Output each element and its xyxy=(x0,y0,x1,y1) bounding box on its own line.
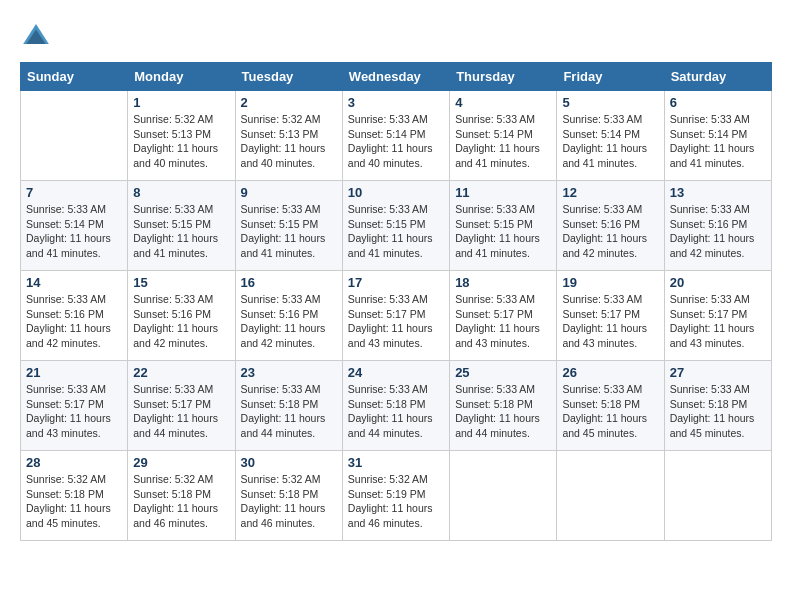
day-info: Sunrise: 5:33 AMSunset: 5:17 PMDaylight:… xyxy=(26,383,111,439)
day-number: 29 xyxy=(133,455,229,470)
day-number: 23 xyxy=(241,365,337,380)
week-row-3: 14 Sunrise: 5:33 AMSunset: 5:16 PMDaylig… xyxy=(21,271,772,361)
day-info: Sunrise: 5:33 AMSunset: 5:18 PMDaylight:… xyxy=(348,383,433,439)
day-info: Sunrise: 5:33 AMSunset: 5:18 PMDaylight:… xyxy=(241,383,326,439)
calendar-cell xyxy=(450,451,557,541)
weekday-header-thursday: Thursday xyxy=(450,63,557,91)
day-info: Sunrise: 5:33 AMSunset: 5:18 PMDaylight:… xyxy=(562,383,647,439)
day-number: 16 xyxy=(241,275,337,290)
day-info: Sunrise: 5:32 AMSunset: 5:18 PMDaylight:… xyxy=(241,473,326,529)
day-number: 30 xyxy=(241,455,337,470)
day-number: 19 xyxy=(562,275,658,290)
calendar-table: SundayMondayTuesdayWednesdayThursdayFrid… xyxy=(20,62,772,541)
calendar-cell: 14 Sunrise: 5:33 AMSunset: 5:16 PMDaylig… xyxy=(21,271,128,361)
calendar-cell: 6 Sunrise: 5:33 AMSunset: 5:14 PMDayligh… xyxy=(664,91,771,181)
day-info: Sunrise: 5:33 AMSunset: 5:18 PMDaylight:… xyxy=(455,383,540,439)
day-info: Sunrise: 5:32 AMSunset: 5:18 PMDaylight:… xyxy=(26,473,111,529)
day-info: Sunrise: 5:33 AMSunset: 5:17 PMDaylight:… xyxy=(670,293,755,349)
day-info: Sunrise: 5:33 AMSunset: 5:17 PMDaylight:… xyxy=(562,293,647,349)
day-info: Sunrise: 5:32 AMSunset: 5:19 PMDaylight:… xyxy=(348,473,433,529)
calendar-cell: 9 Sunrise: 5:33 AMSunset: 5:15 PMDayligh… xyxy=(235,181,342,271)
calendar-cell: 1 Sunrise: 5:32 AMSunset: 5:13 PMDayligh… xyxy=(128,91,235,181)
calendar-cell: 12 Sunrise: 5:33 AMSunset: 5:16 PMDaylig… xyxy=(557,181,664,271)
day-number: 14 xyxy=(26,275,122,290)
weekday-header-sunday: Sunday xyxy=(21,63,128,91)
calendar-cell: 23 Sunrise: 5:33 AMSunset: 5:18 PMDaylig… xyxy=(235,361,342,451)
day-info: Sunrise: 5:33 AMSunset: 5:15 PMDaylight:… xyxy=(455,203,540,259)
day-info: Sunrise: 5:33 AMSunset: 5:16 PMDaylight:… xyxy=(562,203,647,259)
calendar-cell: 27 Sunrise: 5:33 AMSunset: 5:18 PMDaylig… xyxy=(664,361,771,451)
day-info: Sunrise: 5:33 AMSunset: 5:14 PMDaylight:… xyxy=(455,113,540,169)
day-number: 3 xyxy=(348,95,444,110)
day-info: Sunrise: 5:33 AMSunset: 5:14 PMDaylight:… xyxy=(348,113,433,169)
calendar-cell: 21 Sunrise: 5:33 AMSunset: 5:17 PMDaylig… xyxy=(21,361,128,451)
day-number: 9 xyxy=(241,185,337,200)
day-info: Sunrise: 5:33 AMSunset: 5:16 PMDaylight:… xyxy=(241,293,326,349)
weekday-header-saturday: Saturday xyxy=(664,63,771,91)
week-row-2: 7 Sunrise: 5:33 AMSunset: 5:14 PMDayligh… xyxy=(21,181,772,271)
day-number: 12 xyxy=(562,185,658,200)
page-header xyxy=(20,20,772,52)
weekday-header-friday: Friday xyxy=(557,63,664,91)
calendar-cell: 17 Sunrise: 5:33 AMSunset: 5:17 PMDaylig… xyxy=(342,271,449,361)
calendar-cell xyxy=(664,451,771,541)
calendar-cell: 26 Sunrise: 5:33 AMSunset: 5:18 PMDaylig… xyxy=(557,361,664,451)
day-number: 8 xyxy=(133,185,229,200)
day-info: Sunrise: 5:33 AMSunset: 5:17 PMDaylight:… xyxy=(348,293,433,349)
day-number: 4 xyxy=(455,95,551,110)
logo-icon xyxy=(20,20,52,52)
day-number: 24 xyxy=(348,365,444,380)
week-row-4: 21 Sunrise: 5:33 AMSunset: 5:17 PMDaylig… xyxy=(21,361,772,451)
calendar-cell: 31 Sunrise: 5:32 AMSunset: 5:19 PMDaylig… xyxy=(342,451,449,541)
calendar-cell: 22 Sunrise: 5:33 AMSunset: 5:17 PMDaylig… xyxy=(128,361,235,451)
day-info: Sunrise: 5:33 AMSunset: 5:14 PMDaylight:… xyxy=(26,203,111,259)
weekday-header-wednesday: Wednesday xyxy=(342,63,449,91)
day-number: 1 xyxy=(133,95,229,110)
calendar-cell: 8 Sunrise: 5:33 AMSunset: 5:15 PMDayligh… xyxy=(128,181,235,271)
calendar-cell xyxy=(21,91,128,181)
calendar-cell: 28 Sunrise: 5:32 AMSunset: 5:18 PMDaylig… xyxy=(21,451,128,541)
weekday-header-monday: Monday xyxy=(128,63,235,91)
day-number: 11 xyxy=(455,185,551,200)
day-number: 21 xyxy=(26,365,122,380)
day-number: 2 xyxy=(241,95,337,110)
calendar-cell: 15 Sunrise: 5:33 AMSunset: 5:16 PMDaylig… xyxy=(128,271,235,361)
day-info: Sunrise: 5:33 AMSunset: 5:18 PMDaylight:… xyxy=(670,383,755,439)
day-info: Sunrise: 5:32 AMSunset: 5:18 PMDaylight:… xyxy=(133,473,218,529)
calendar-cell: 20 Sunrise: 5:33 AMSunset: 5:17 PMDaylig… xyxy=(664,271,771,361)
calendar-cell: 3 Sunrise: 5:33 AMSunset: 5:14 PMDayligh… xyxy=(342,91,449,181)
calendar-cell: 13 Sunrise: 5:33 AMSunset: 5:16 PMDaylig… xyxy=(664,181,771,271)
calendar-cell: 29 Sunrise: 5:32 AMSunset: 5:18 PMDaylig… xyxy=(128,451,235,541)
day-number: 20 xyxy=(670,275,766,290)
day-number: 13 xyxy=(670,185,766,200)
day-info: Sunrise: 5:33 AMSunset: 5:15 PMDaylight:… xyxy=(241,203,326,259)
day-info: Sunrise: 5:33 AMSunset: 5:16 PMDaylight:… xyxy=(670,203,755,259)
day-number: 5 xyxy=(562,95,658,110)
day-info: Sunrise: 5:33 AMSunset: 5:14 PMDaylight:… xyxy=(670,113,755,169)
day-number: 10 xyxy=(348,185,444,200)
day-info: Sunrise: 5:33 AMSunset: 5:15 PMDaylight:… xyxy=(133,203,218,259)
day-number: 7 xyxy=(26,185,122,200)
week-row-5: 28 Sunrise: 5:32 AMSunset: 5:18 PMDaylig… xyxy=(21,451,772,541)
calendar-cell: 11 Sunrise: 5:33 AMSunset: 5:15 PMDaylig… xyxy=(450,181,557,271)
calendar-cell: 7 Sunrise: 5:33 AMSunset: 5:14 PMDayligh… xyxy=(21,181,128,271)
weekday-header-row: SundayMondayTuesdayWednesdayThursdayFrid… xyxy=(21,63,772,91)
calendar-cell: 19 Sunrise: 5:33 AMSunset: 5:17 PMDaylig… xyxy=(557,271,664,361)
week-row-1: 1 Sunrise: 5:32 AMSunset: 5:13 PMDayligh… xyxy=(21,91,772,181)
day-info: Sunrise: 5:33 AMSunset: 5:16 PMDaylight:… xyxy=(133,293,218,349)
day-info: Sunrise: 5:33 AMSunset: 5:14 PMDaylight:… xyxy=(562,113,647,169)
day-info: Sunrise: 5:33 AMSunset: 5:15 PMDaylight:… xyxy=(348,203,433,259)
day-number: 22 xyxy=(133,365,229,380)
calendar-cell: 10 Sunrise: 5:33 AMSunset: 5:15 PMDaylig… xyxy=(342,181,449,271)
day-number: 18 xyxy=(455,275,551,290)
calendar-cell: 16 Sunrise: 5:33 AMSunset: 5:16 PMDaylig… xyxy=(235,271,342,361)
day-info: Sunrise: 5:33 AMSunset: 5:17 PMDaylight:… xyxy=(455,293,540,349)
day-number: 26 xyxy=(562,365,658,380)
day-number: 6 xyxy=(670,95,766,110)
calendar-cell: 4 Sunrise: 5:33 AMSunset: 5:14 PMDayligh… xyxy=(450,91,557,181)
calendar-cell: 2 Sunrise: 5:32 AMSunset: 5:13 PMDayligh… xyxy=(235,91,342,181)
day-number: 15 xyxy=(133,275,229,290)
calendar-cell xyxy=(557,451,664,541)
calendar-cell: 30 Sunrise: 5:32 AMSunset: 5:18 PMDaylig… xyxy=(235,451,342,541)
calendar-cell: 25 Sunrise: 5:33 AMSunset: 5:18 PMDaylig… xyxy=(450,361,557,451)
